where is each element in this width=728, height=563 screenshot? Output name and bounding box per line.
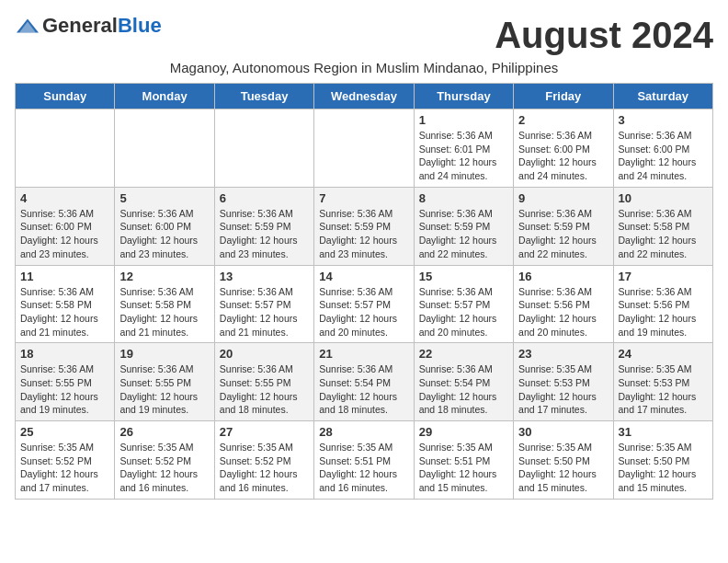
day-number: 31 bbox=[619, 425, 708, 439]
day-info: Sunrise: 5:36 AM Sunset: 5:55 PM Dayligh… bbox=[20, 362, 109, 417]
calendar-cell bbox=[314, 109, 414, 188]
day-info: Sunrise: 5:35 AM Sunset: 5:52 PM Dayligh… bbox=[119, 441, 209, 495]
day-info: Sunrise: 5:36 AM Sunset: 6:00 PM Dayligh… bbox=[619, 129, 708, 183]
calendar-cell: 24Sunrise: 5:35 AM Sunset: 5:53 PM Dayli… bbox=[613, 343, 712, 421]
header-tuesday: Tuesday bbox=[214, 84, 313, 109]
calendar-cell: 21Sunrise: 5:36 AM Sunset: 5:54 PM Dayli… bbox=[314, 343, 414, 421]
calendar-cell: 20Sunrise: 5:36 AM Sunset: 5:55 PM Dayli… bbox=[214, 343, 313, 421]
calendar-cell: 1Sunrise: 5:36 AM Sunset: 6:01 PM Daylig… bbox=[414, 109, 513, 188]
week-row-4: 25Sunrise: 5:35 AM Sunset: 5:52 PM Dayli… bbox=[16, 421, 713, 500]
calendar-cell: 2Sunrise: 5:36 AM Sunset: 6:00 PM Daylig… bbox=[514, 109, 613, 188]
logo-icon bbox=[15, 17, 40, 34]
day-number: 12 bbox=[119, 270, 209, 283]
day-info: Sunrise: 5:36 AM Sunset: 6:01 PM Dayligh… bbox=[419, 129, 508, 183]
day-number: 13 bbox=[220, 270, 309, 283]
day-number: 30 bbox=[518, 425, 608, 439]
logo-general: General bbox=[42, 14, 118, 37]
header-friday: Friday bbox=[514, 84, 613, 109]
day-number: 5 bbox=[119, 191, 209, 205]
day-info: Sunrise: 5:36 AM Sunset: 5:56 PM Dayligh… bbox=[518, 285, 608, 339]
day-number: 17 bbox=[619, 270, 708, 283]
day-number: 1 bbox=[419, 113, 508, 127]
day-number: 11 bbox=[20, 270, 109, 283]
day-info: Sunrise: 5:36 AM Sunset: 5:54 PM Dayligh… bbox=[319, 362, 408, 417]
calendar-header: SundayMondayTuesdayWednesdayThursdayFrid… bbox=[16, 84, 713, 109]
calendar-cell: 22Sunrise: 5:36 AM Sunset: 5:54 PM Dayli… bbox=[414, 343, 513, 421]
day-info: Sunrise: 5:36 AM Sunset: 5:58 PM Dayligh… bbox=[20, 285, 109, 339]
day-info: Sunrise: 5:36 AM Sunset: 5:59 PM Dayligh… bbox=[419, 207, 508, 261]
calendar-cell: 26Sunrise: 5:35 AM Sunset: 5:52 PM Dayli… bbox=[115, 421, 214, 500]
calendar-cell: 25Sunrise: 5:35 AM Sunset: 5:52 PM Dayli… bbox=[16, 421, 115, 500]
day-info: Sunrise: 5:35 AM Sunset: 5:52 PM Dayligh… bbox=[220, 441, 309, 495]
calendar-cell: 19Sunrise: 5:36 AM Sunset: 5:55 PM Dayli… bbox=[115, 343, 214, 421]
calendar-cell bbox=[115, 109, 214, 188]
calendar-cell: 18Sunrise: 5:36 AM Sunset: 5:55 PM Dayli… bbox=[16, 343, 115, 421]
day-number: 22 bbox=[419, 347, 508, 361]
day-number: 19 bbox=[119, 347, 209, 361]
day-number: 28 bbox=[319, 425, 408, 439]
day-number: 8 bbox=[419, 191, 508, 205]
day-info: Sunrise: 5:36 AM Sunset: 5:58 PM Dayligh… bbox=[619, 207, 708, 261]
day-info: Sunrise: 5:35 AM Sunset: 5:52 PM Dayligh… bbox=[20, 441, 109, 495]
week-row-0: 1Sunrise: 5:36 AM Sunset: 6:01 PM Daylig… bbox=[16, 109, 713, 188]
week-row-3: 18Sunrise: 5:36 AM Sunset: 5:55 PM Dayli… bbox=[16, 343, 713, 421]
day-info: Sunrise: 5:36 AM Sunset: 6:00 PM Dayligh… bbox=[20, 207, 109, 261]
calendar-cell: 23Sunrise: 5:35 AM Sunset: 5:53 PM Dayli… bbox=[514, 343, 613, 421]
day-info: Sunrise: 5:36 AM Sunset: 5:55 PM Dayligh… bbox=[119, 362, 209, 417]
day-info: Sunrise: 5:36 AM Sunset: 5:55 PM Dayligh… bbox=[220, 362, 309, 417]
calendar-cell: 6Sunrise: 5:36 AM Sunset: 5:59 PM Daylig… bbox=[214, 187, 313, 265]
calendar-cell: 11Sunrise: 5:36 AM Sunset: 5:58 PM Dayli… bbox=[16, 265, 115, 343]
day-info: Sunrise: 5:36 AM Sunset: 5:57 PM Dayligh… bbox=[419, 285, 508, 339]
day-info: Sunrise: 5:36 AM Sunset: 5:59 PM Dayligh… bbox=[220, 207, 309, 261]
day-number: 10 bbox=[619, 191, 708, 205]
logo: GeneralBlue bbox=[15, 15, 162, 37]
day-number: 24 bbox=[619, 347, 708, 361]
day-number: 26 bbox=[119, 425, 209, 439]
calendar-cell bbox=[16, 109, 115, 188]
day-info: Sunrise: 5:36 AM Sunset: 6:00 PM Dayligh… bbox=[119, 207, 209, 261]
header-wednesday: Wednesday bbox=[314, 84, 414, 109]
day-info: Sunrise: 5:36 AM Sunset: 5:54 PM Dayligh… bbox=[419, 362, 508, 417]
day-number: 15 bbox=[419, 270, 508, 283]
header-monday: Monday bbox=[115, 84, 214, 109]
header-thursday: Thursday bbox=[414, 84, 513, 109]
month-title: August 2024 bbox=[495, 15, 713, 56]
day-number: 23 bbox=[518, 347, 608, 361]
logo-blue: Blue bbox=[118, 14, 162, 37]
day-number: 21 bbox=[319, 347, 408, 361]
week-row-1: 4Sunrise: 5:36 AM Sunset: 6:00 PM Daylig… bbox=[16, 187, 713, 265]
day-info: Sunrise: 5:36 AM Sunset: 6:00 PM Dayligh… bbox=[518, 129, 608, 183]
week-row-2: 11Sunrise: 5:36 AM Sunset: 5:58 PM Dayli… bbox=[16, 265, 713, 343]
day-info: Sunrise: 5:36 AM Sunset: 5:59 PM Dayligh… bbox=[518, 207, 608, 261]
calendar-cell: 14Sunrise: 5:36 AM Sunset: 5:57 PM Dayli… bbox=[314, 265, 414, 343]
calendar-cell: 30Sunrise: 5:35 AM Sunset: 5:50 PM Dayli… bbox=[514, 421, 613, 500]
calendar-cell: 9Sunrise: 5:36 AM Sunset: 5:59 PM Daylig… bbox=[514, 187, 613, 265]
day-info: Sunrise: 5:35 AM Sunset: 5:53 PM Dayligh… bbox=[619, 362, 708, 417]
header-sunday: Sunday bbox=[16, 84, 115, 109]
calendar-cell: 17Sunrise: 5:36 AM Sunset: 5:56 PM Dayli… bbox=[613, 265, 712, 343]
day-number: 14 bbox=[319, 270, 408, 283]
calendar-cell: 12Sunrise: 5:36 AM Sunset: 5:58 PM Dayli… bbox=[115, 265, 214, 343]
calendar-cell: 10Sunrise: 5:36 AM Sunset: 5:58 PM Dayli… bbox=[613, 187, 712, 265]
calendar-cell: 15Sunrise: 5:36 AM Sunset: 5:57 PM Dayli… bbox=[414, 265, 513, 343]
day-number: 7 bbox=[319, 191, 408, 205]
day-number: 6 bbox=[220, 191, 309, 205]
day-info: Sunrise: 5:36 AM Sunset: 5:57 PM Dayligh… bbox=[319, 285, 408, 339]
header-saturday: Saturday bbox=[613, 84, 712, 109]
day-number: 3 bbox=[619, 113, 708, 127]
day-info: Sunrise: 5:35 AM Sunset: 5:50 PM Dayligh… bbox=[518, 441, 608, 495]
calendar-cell: 27Sunrise: 5:35 AM Sunset: 5:52 PM Dayli… bbox=[214, 421, 313, 500]
day-number: 16 bbox=[518, 270, 608, 283]
calendar-cell: 4Sunrise: 5:36 AM Sunset: 6:00 PM Daylig… bbox=[16, 187, 115, 265]
day-number: 20 bbox=[220, 347, 309, 361]
calendar-cell: 8Sunrise: 5:36 AM Sunset: 5:59 PM Daylig… bbox=[414, 187, 513, 265]
calendar-cell: 13Sunrise: 5:36 AM Sunset: 5:57 PM Dayli… bbox=[214, 265, 313, 343]
day-number: 4 bbox=[20, 191, 109, 205]
day-info: Sunrise: 5:35 AM Sunset: 5:53 PM Dayligh… bbox=[518, 362, 608, 417]
day-info: Sunrise: 5:36 AM Sunset: 5:57 PM Dayligh… bbox=[220, 285, 309, 339]
day-number: 29 bbox=[419, 425, 508, 439]
day-number: 25 bbox=[20, 425, 109, 439]
calendar-cell: 29Sunrise: 5:35 AM Sunset: 5:51 PM Dayli… bbox=[414, 421, 513, 500]
day-number: 2 bbox=[518, 113, 608, 127]
calendar-cell: 28Sunrise: 5:35 AM Sunset: 5:51 PM Dayli… bbox=[314, 421, 414, 500]
